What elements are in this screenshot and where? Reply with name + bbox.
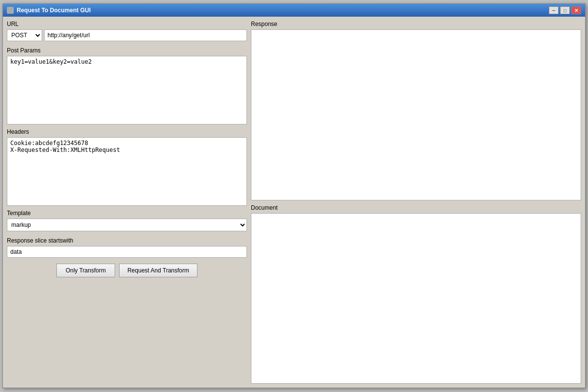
- response-section: Response: [251, 21, 581, 200]
- headers-textarea[interactable]: Cookie:abcdefg12345678 X-Requested-With:…: [7, 137, 247, 206]
- document-label: Document: [251, 204, 581, 211]
- response-label: Response: [251, 21, 581, 27]
- url-row: POST GET PUT DELETE PATCH: [7, 29, 247, 41]
- request-and-transform-button[interactable]: Request And Transform: [119, 264, 197, 277]
- template-label: Template: [7, 210, 247, 217]
- url-input[interactable]: [44, 29, 247, 41]
- response-slice-input[interactable]: [7, 246, 247, 258]
- template-select[interactable]: markup json xml csv: [7, 219, 247, 231]
- right-panel: Response Document: [251, 21, 581, 384]
- titlebar: Request To Document GUI – □ ✕: [3, 4, 585, 17]
- titlebar-buttons: – □ ✕: [549, 6, 581, 14]
- titlebar-icon: [7, 7, 14, 14]
- buttons-row: Only Transform Request And Transform: [7, 264, 247, 277]
- main-window: Request To Document GUI – □ ✕ URL POST G…: [2, 3, 586, 388]
- only-transform-button[interactable]: Only Transform: [56, 264, 115, 277]
- headers-label: Headers: [7, 128, 247, 135]
- close-button[interactable]: ✕: [571, 6, 581, 14]
- left-panel: URL POST GET PUT DELETE PATCH Post Param…: [7, 21, 247, 384]
- post-params-label: Post Params: [7, 47, 247, 54]
- url-label: URL: [7, 21, 247, 27]
- maximize-button[interactable]: □: [560, 6, 570, 14]
- window-content: URL POST GET PUT DELETE PATCH Post Param…: [3, 17, 585, 388]
- response-textarea[interactable]: [251, 29, 581, 200]
- minimize-button[interactable]: –: [549, 6, 559, 14]
- document-textarea[interactable]: [251, 213, 581, 384]
- post-params-textarea[interactable]: key1=value1&key2=value2: [7, 56, 247, 124]
- method-select[interactable]: POST GET PUT DELETE PATCH: [7, 29, 42, 41]
- document-section: Document: [251, 204, 581, 384]
- response-slice-label: Response slice startswith: [7, 237, 247, 244]
- window-title: Request To Document GUI: [17, 7, 549, 14]
- panel-divider: [251, 200, 581, 204]
